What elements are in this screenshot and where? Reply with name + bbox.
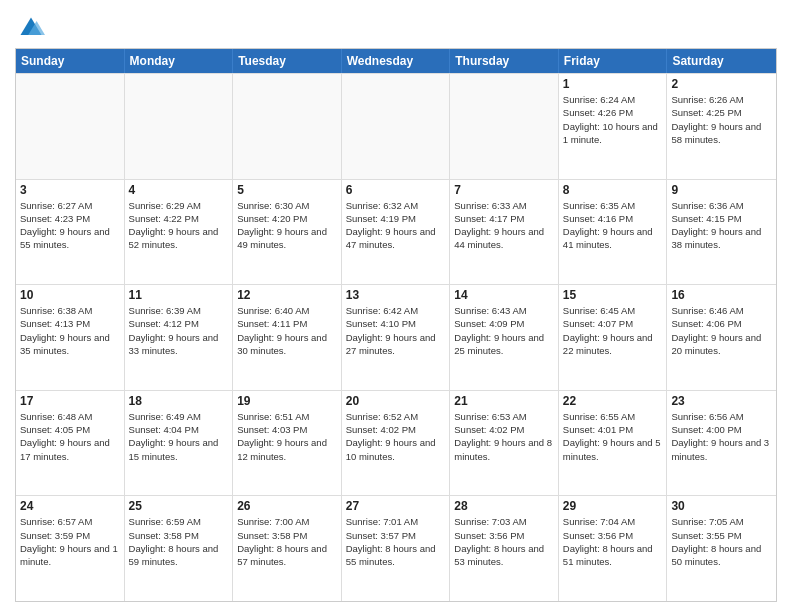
day-number: 5 bbox=[237, 183, 337, 197]
day-number: 20 bbox=[346, 394, 446, 408]
calendar-body: 1Sunrise: 6:24 AM Sunset: 4:26 PM Daylig… bbox=[16, 73, 776, 601]
cal-cell: 1Sunrise: 6:24 AM Sunset: 4:26 PM Daylig… bbox=[559, 74, 668, 179]
day-info: Sunrise: 6:29 AM Sunset: 4:22 PM Dayligh… bbox=[129, 199, 229, 252]
cal-cell bbox=[342, 74, 451, 179]
day-number: 30 bbox=[671, 499, 772, 513]
day-info: Sunrise: 6:49 AM Sunset: 4:04 PM Dayligh… bbox=[129, 410, 229, 463]
cal-cell: 17Sunrise: 6:48 AM Sunset: 4:05 PM Dayli… bbox=[16, 391, 125, 496]
cal-cell: 8Sunrise: 6:35 AM Sunset: 4:16 PM Daylig… bbox=[559, 180, 668, 285]
day-number: 15 bbox=[563, 288, 663, 302]
week-row-4: 17Sunrise: 6:48 AM Sunset: 4:05 PM Dayli… bbox=[16, 390, 776, 496]
day-info: Sunrise: 6:32 AM Sunset: 4:19 PM Dayligh… bbox=[346, 199, 446, 252]
cal-cell: 24Sunrise: 6:57 AM Sunset: 3:59 PM Dayli… bbox=[16, 496, 125, 601]
day-number: 25 bbox=[129, 499, 229, 513]
cal-cell: 12Sunrise: 6:40 AM Sunset: 4:11 PM Dayli… bbox=[233, 285, 342, 390]
day-info: Sunrise: 6:24 AM Sunset: 4:26 PM Dayligh… bbox=[563, 93, 663, 146]
day-info: Sunrise: 7:05 AM Sunset: 3:55 PM Dayligh… bbox=[671, 515, 772, 568]
cal-cell: 23Sunrise: 6:56 AM Sunset: 4:00 PM Dayli… bbox=[667, 391, 776, 496]
header-day-sunday: Sunday bbox=[16, 49, 125, 73]
day-number: 18 bbox=[129, 394, 229, 408]
cal-cell: 21Sunrise: 6:53 AM Sunset: 4:02 PM Dayli… bbox=[450, 391, 559, 496]
day-number: 9 bbox=[671, 183, 772, 197]
cal-cell: 10Sunrise: 6:38 AM Sunset: 4:13 PM Dayli… bbox=[16, 285, 125, 390]
day-info: Sunrise: 6:39 AM Sunset: 4:12 PM Dayligh… bbox=[129, 304, 229, 357]
logo-icon bbox=[17, 14, 45, 42]
day-info: Sunrise: 6:35 AM Sunset: 4:16 PM Dayligh… bbox=[563, 199, 663, 252]
day-number: 24 bbox=[20, 499, 120, 513]
day-info: Sunrise: 6:38 AM Sunset: 4:13 PM Dayligh… bbox=[20, 304, 120, 357]
day-info: Sunrise: 6:46 AM Sunset: 4:06 PM Dayligh… bbox=[671, 304, 772, 357]
cal-cell: 3Sunrise: 6:27 AM Sunset: 4:23 PM Daylig… bbox=[16, 180, 125, 285]
cal-cell: 28Sunrise: 7:03 AM Sunset: 3:56 PM Dayli… bbox=[450, 496, 559, 601]
cal-cell: 18Sunrise: 6:49 AM Sunset: 4:04 PM Dayli… bbox=[125, 391, 234, 496]
cal-cell: 14Sunrise: 6:43 AM Sunset: 4:09 PM Dayli… bbox=[450, 285, 559, 390]
day-number: 1 bbox=[563, 77, 663, 91]
cal-cell: 16Sunrise: 6:46 AM Sunset: 4:06 PM Dayli… bbox=[667, 285, 776, 390]
day-number: 11 bbox=[129, 288, 229, 302]
cal-cell: 5Sunrise: 6:30 AM Sunset: 4:20 PM Daylig… bbox=[233, 180, 342, 285]
day-info: Sunrise: 7:01 AM Sunset: 3:57 PM Dayligh… bbox=[346, 515, 446, 568]
cal-cell bbox=[233, 74, 342, 179]
cal-cell bbox=[125, 74, 234, 179]
cal-cell: 25Sunrise: 6:59 AM Sunset: 3:58 PM Dayli… bbox=[125, 496, 234, 601]
day-info: Sunrise: 6:52 AM Sunset: 4:02 PM Dayligh… bbox=[346, 410, 446, 463]
day-info: Sunrise: 6:55 AM Sunset: 4:01 PM Dayligh… bbox=[563, 410, 663, 463]
cal-cell: 7Sunrise: 6:33 AM Sunset: 4:17 PM Daylig… bbox=[450, 180, 559, 285]
day-info: Sunrise: 6:40 AM Sunset: 4:11 PM Dayligh… bbox=[237, 304, 337, 357]
cal-cell: 2Sunrise: 6:26 AM Sunset: 4:25 PM Daylig… bbox=[667, 74, 776, 179]
day-info: Sunrise: 7:00 AM Sunset: 3:58 PM Dayligh… bbox=[237, 515, 337, 568]
cal-cell: 13Sunrise: 6:42 AM Sunset: 4:10 PM Dayli… bbox=[342, 285, 451, 390]
calendar-header: SundayMondayTuesdayWednesdayThursdayFrid… bbox=[16, 49, 776, 73]
day-number: 28 bbox=[454, 499, 554, 513]
day-number: 12 bbox=[237, 288, 337, 302]
day-info: Sunrise: 7:03 AM Sunset: 3:56 PM Dayligh… bbox=[454, 515, 554, 568]
day-number: 23 bbox=[671, 394, 772, 408]
cal-cell: 29Sunrise: 7:04 AM Sunset: 3:56 PM Dayli… bbox=[559, 496, 668, 601]
cal-cell: 15Sunrise: 6:45 AM Sunset: 4:07 PM Dayli… bbox=[559, 285, 668, 390]
header-day-thursday: Thursday bbox=[450, 49, 559, 73]
cal-cell bbox=[450, 74, 559, 179]
header-day-saturday: Saturday bbox=[667, 49, 776, 73]
day-number: 6 bbox=[346, 183, 446, 197]
day-number: 10 bbox=[20, 288, 120, 302]
day-number: 13 bbox=[346, 288, 446, 302]
page: SundayMondayTuesdayWednesdayThursdayFrid… bbox=[0, 0, 792, 612]
logo bbox=[15, 14, 45, 42]
cal-cell bbox=[16, 74, 125, 179]
day-number: 3 bbox=[20, 183, 120, 197]
day-info: Sunrise: 6:27 AM Sunset: 4:23 PM Dayligh… bbox=[20, 199, 120, 252]
day-number: 2 bbox=[671, 77, 772, 91]
cal-cell: 19Sunrise: 6:51 AM Sunset: 4:03 PM Dayli… bbox=[233, 391, 342, 496]
cal-cell: 30Sunrise: 7:05 AM Sunset: 3:55 PM Dayli… bbox=[667, 496, 776, 601]
cal-cell: 9Sunrise: 6:36 AM Sunset: 4:15 PM Daylig… bbox=[667, 180, 776, 285]
day-info: Sunrise: 6:45 AM Sunset: 4:07 PM Dayligh… bbox=[563, 304, 663, 357]
cal-cell: 26Sunrise: 7:00 AM Sunset: 3:58 PM Dayli… bbox=[233, 496, 342, 601]
day-number: 17 bbox=[20, 394, 120, 408]
day-info: Sunrise: 6:57 AM Sunset: 3:59 PM Dayligh… bbox=[20, 515, 120, 568]
header-day-wednesday: Wednesday bbox=[342, 49, 451, 73]
header bbox=[15, 10, 777, 42]
day-number: 14 bbox=[454, 288, 554, 302]
cal-cell: 27Sunrise: 7:01 AM Sunset: 3:57 PM Dayli… bbox=[342, 496, 451, 601]
cal-cell: 4Sunrise: 6:29 AM Sunset: 4:22 PM Daylig… bbox=[125, 180, 234, 285]
calendar: SundayMondayTuesdayWednesdayThursdayFrid… bbox=[15, 48, 777, 602]
cal-cell: 6Sunrise: 6:32 AM Sunset: 4:19 PM Daylig… bbox=[342, 180, 451, 285]
day-info: Sunrise: 6:56 AM Sunset: 4:00 PM Dayligh… bbox=[671, 410, 772, 463]
cal-cell: 11Sunrise: 6:39 AM Sunset: 4:12 PM Dayli… bbox=[125, 285, 234, 390]
week-row-3: 10Sunrise: 6:38 AM Sunset: 4:13 PM Dayli… bbox=[16, 284, 776, 390]
header-day-monday: Monday bbox=[125, 49, 234, 73]
day-info: Sunrise: 6:30 AM Sunset: 4:20 PM Dayligh… bbox=[237, 199, 337, 252]
day-number: 22 bbox=[563, 394, 663, 408]
day-number: 19 bbox=[237, 394, 337, 408]
day-info: Sunrise: 6:59 AM Sunset: 3:58 PM Dayligh… bbox=[129, 515, 229, 568]
cal-cell: 20Sunrise: 6:52 AM Sunset: 4:02 PM Dayli… bbox=[342, 391, 451, 496]
week-row-1: 1Sunrise: 6:24 AM Sunset: 4:26 PM Daylig… bbox=[16, 73, 776, 179]
week-row-5: 24Sunrise: 6:57 AM Sunset: 3:59 PM Dayli… bbox=[16, 495, 776, 601]
day-info: Sunrise: 6:42 AM Sunset: 4:10 PM Dayligh… bbox=[346, 304, 446, 357]
day-number: 27 bbox=[346, 499, 446, 513]
day-info: Sunrise: 6:26 AM Sunset: 4:25 PM Dayligh… bbox=[671, 93, 772, 146]
day-number: 4 bbox=[129, 183, 229, 197]
day-info: Sunrise: 6:53 AM Sunset: 4:02 PM Dayligh… bbox=[454, 410, 554, 463]
day-number: 26 bbox=[237, 499, 337, 513]
day-number: 7 bbox=[454, 183, 554, 197]
